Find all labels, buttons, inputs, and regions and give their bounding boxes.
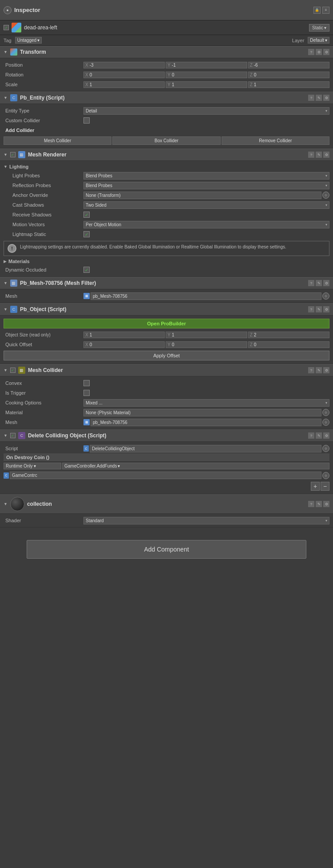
script-circle-btn[interactable]: ○	[322, 445, 329, 452]
object-size-y-field[interactable]: Y 1	[166, 332, 247, 338]
mesh-renderer-collapse-arrow[interactable]: ▼	[4, 152, 8, 157]
mesh-collider-gear-icon[interactable]: ⚙	[323, 367, 329, 373]
is-trigger-checkbox[interactable]	[83, 390, 90, 396]
remove-event-button[interactable]: −	[321, 482, 329, 491]
layer-dropdown[interactable]: Default ▾	[308, 37, 329, 44]
cooking-options-dropdown[interactable]: Mixed ... ▾	[83, 399, 329, 407]
mesh-filter-collapse-arrow[interactable]: ▼	[4, 281, 8, 285]
pb-object-gear-icon[interactable]: ⚙	[323, 306, 329, 312]
mesh-collider-collapse-arrow[interactable]: ▼	[4, 368, 8, 372]
dynamic-occluded-checkbox[interactable]: ✓	[83, 267, 90, 273]
mc-material-circle-btn[interactable]: ○	[322, 409, 329, 416]
delete-colliding-gear-icon[interactable]: ⚙	[323, 432, 329, 439]
lightmap-static-checkbox[interactable]: ✓	[83, 231, 90, 237]
event-object-circle-btn[interactable]: ○	[322, 472, 329, 479]
object-active-checkbox[interactable]: ✓	[4, 25, 9, 30]
material-gear-icon[interactable]: ⚙	[323, 501, 329, 507]
shader-dropdown[interactable]: Standard ▾	[83, 517, 329, 524]
open-probuilder-button[interactable]: Open ProBuilder	[4, 319, 329, 328]
delete-colliding-active-checkbox[interactable]: ✓	[10, 433, 16, 438]
pb-entity-help-icon[interactable]: ?	[308, 95, 314, 101]
mesh-collider-help-icon[interactable]: ?	[308, 367, 314, 373]
remove-collider-button[interactable]: Remove Collider	[222, 136, 329, 145]
pb-object-section-header: ▼ C Pb_Object (Script) ? ✎ ⚙	[0, 303, 333, 316]
entity-type-dropdown[interactable]: Detail ▾	[83, 107, 329, 115]
motion-vectors-dropdown[interactable]: Per Object Motion ▾	[83, 221, 329, 228]
mesh-renderer-help-icon[interactable]: ?	[308, 152, 314, 158]
delete-colliding-edit-icon[interactable]: ✎	[316, 432, 322, 439]
pb-entity-gear-icon[interactable]: ⚙	[323, 95, 329, 101]
anchor-override-dropdown[interactable]: None (Transform)	[83, 192, 321, 199]
mc-material-dropdown[interactable]: None (Physic Material)	[83, 409, 321, 416]
mesh-renderer-gear-icon[interactable]: ⚙	[323, 152, 329, 158]
quick-offset-z-field[interactable]: Z 0	[248, 341, 329, 348]
function-dropdown[interactable]: GameController.AddFunds ▾	[62, 463, 329, 469]
mesh-filter-help-icon[interactable]: ?	[308, 280, 314, 286]
mc-mesh-dropdown[interactable]: pb_Mesh-708756	[91, 419, 321, 426]
transform-header-icons: ? ⚙ ⚙	[308, 49, 329, 55]
rotation-z-field[interactable]: Z 0	[248, 72, 329, 78]
scale-y-field[interactable]: Y 1	[166, 81, 247, 88]
event-object-field[interactable]: GameContrc	[10, 472, 321, 479]
add-component-button[interactable]: Add Component	[27, 540, 306, 559]
pb-object-collapse-arrow[interactable]: ▼	[4, 307, 8, 312]
receive-shadows-checkbox[interactable]: ✓	[83, 212, 90, 218]
pb-object-help-icon[interactable]: ?	[308, 306, 314, 312]
mc-mesh-circle-btn[interactable]: ○	[322, 419, 329, 426]
rotation-y-field[interactable]: Y 0	[166, 72, 247, 78]
mesh-collider-button[interactable]: Mesh Collider	[4, 136, 111, 145]
transform-help-icon[interactable]: ?	[308, 49, 314, 55]
materials-collapse-arrow[interactable]: ▶	[4, 259, 7, 264]
pb-entity-title: Pb_Entity (Script)	[20, 95, 305, 101]
transform-collapse-arrow[interactable]: ▼	[4, 50, 8, 54]
material-help-icon[interactable]: ?	[308, 501, 314, 507]
tag-dropdown[interactable]: Untagged ▾	[15, 37, 42, 44]
mesh-collider-active-checkbox[interactable]: ✓	[10, 368, 16, 373]
mesh-filter-mesh-dropdown[interactable]: pb_Mesh-708756	[91, 292, 321, 300]
runtime-dropdown[interactable]: Runtime Only ▾	[4, 463, 61, 469]
transform-gear-icon[interactable]: ⚙	[323, 49, 329, 55]
light-probes-dropdown[interactable]: Blend Probes ▾	[83, 172, 329, 180]
object-size-x-field[interactable]: X 1	[83, 332, 165, 338]
scale-z-field[interactable]: Z 1	[248, 81, 329, 88]
pb-entity-edit-icon[interactable]: ✎	[316, 95, 322, 101]
lock-icon[interactable]: 🔒	[313, 7, 321, 14]
object-size-z-field[interactable]: Z 2	[248, 332, 329, 338]
position-x-field[interactable]: X -3	[83, 62, 165, 68]
static-button[interactable]: Static ▾	[309, 24, 329, 32]
lighting-collapse-arrow[interactable]: ▼	[4, 164, 8, 169]
scale-x-field[interactable]: X 1	[83, 81, 165, 88]
cast-shadows-dropdown[interactable]: Two Sided ▾	[83, 201, 329, 209]
transform-settings-icon[interactable]: ⚙	[316, 49, 322, 55]
mc-mesh-label: Mesh	[4, 420, 83, 425]
script-dropdown[interactable]: DeleteCollidingObject	[90, 445, 321, 452]
mesh-filter-edit-icon[interactable]: ✎	[316, 280, 322, 286]
menu-icon[interactable]: ≡	[322, 7, 329, 14]
material-edit-icon[interactable]: ✎	[316, 501, 322, 507]
custom-collider-checkbox[interactable]	[83, 117, 90, 124]
add-event-button[interactable]: +	[311, 482, 320, 491]
rotation-row: Rotation X 0 Y 0 Z 0	[4, 70, 329, 80]
anchor-override-circle-btn[interactable]: ○	[322, 192, 329, 199]
pb-object-edit-icon[interactable]: ✎	[316, 306, 322, 312]
pb-entity-collapse-arrow[interactable]: ▼	[4, 96, 8, 100]
quick-offset-x-field[interactable]: X 0	[83, 341, 165, 348]
position-z-field[interactable]: Z -6	[248, 62, 329, 68]
mesh-collider-edit-icon[interactable]: ✎	[316, 367, 322, 373]
mesh-renderer-edit-icon[interactable]: ✎	[316, 152, 322, 158]
box-collider-button[interactable]: Box Collider	[112, 136, 220, 145]
rotation-x-field[interactable]: X 0	[83, 72, 165, 78]
mesh-renderer-active-checkbox[interactable]: ✓	[10, 152, 16, 157]
convex-checkbox[interactable]	[83, 380, 90, 386]
mesh-filter-gear-icon[interactable]: ⚙	[323, 280, 329, 286]
receive-shadows-row: Receive Shadows ✓	[4, 210, 329, 220]
delete-colliding-collapse-arrow[interactable]: ▼	[4, 433, 8, 438]
material-collapse-arrow[interactable]: ▼	[4, 502, 8, 506]
mesh-collider-title: Mesh Collider	[28, 367, 305, 373]
position-y-field[interactable]: Y -1	[166, 62, 247, 68]
apply-offset-button[interactable]: Apply Offset	[4, 351, 329, 360]
mesh-filter-circle-btn[interactable]: ○	[322, 292, 329, 300]
delete-colliding-help-icon[interactable]: ?	[308, 432, 314, 439]
quick-offset-y-field[interactable]: Y 0	[166, 341, 247, 348]
reflection-probes-dropdown[interactable]: Blend Probes ▾	[83, 182, 329, 189]
